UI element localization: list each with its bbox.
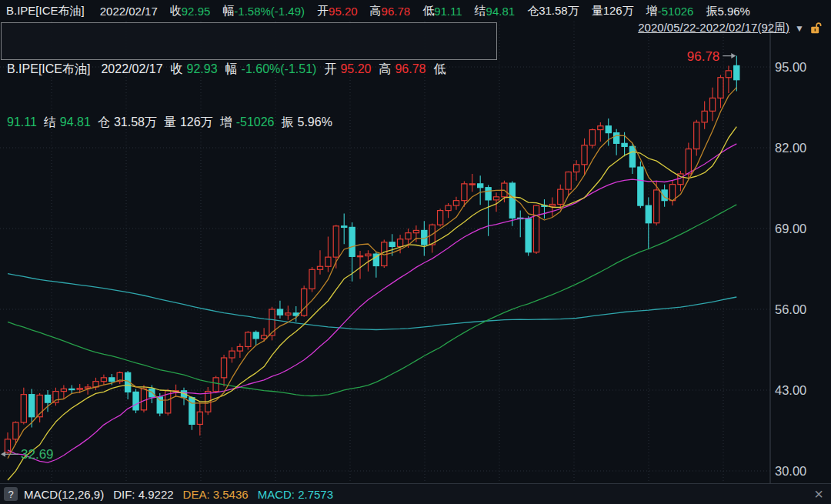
text-segment: MACD: 2.7573 bbox=[258, 488, 333, 501]
text-segment: 量 bbox=[164, 113, 176, 131]
quote-tooltip-line1: B.IPE[ICE布油]2022/02/17收92.93幅-1.60%(-1.5… bbox=[7, 60, 491, 78]
text-segment: 收 bbox=[171, 60, 183, 78]
text-segment: 2022/02/17 bbox=[101, 60, 162, 78]
candle-down bbox=[157, 397, 162, 413]
text-segment: 2022/02/17 bbox=[100, 5, 158, 18]
ma-line-60 bbox=[8, 205, 736, 396]
text-segment: 仓 bbox=[98, 113, 110, 131]
text-segment: 高 bbox=[379, 60, 391, 78]
indicator-values: MACD(12,26,9)DIF: 4.9222DEA: 3.5436MACD:… bbox=[24, 488, 333, 501]
text-segment: 开 bbox=[317, 4, 329, 18]
candle-down bbox=[646, 205, 651, 223]
text-segment: -1.58%(-1.49) bbox=[234, 5, 305, 18]
text-segment: 94.81 bbox=[60, 113, 91, 131]
candle-up bbox=[357, 256, 362, 257]
candle-down bbox=[253, 332, 259, 339]
text-segment: 5.96% bbox=[717, 5, 750, 18]
candle-up bbox=[302, 289, 307, 315]
text-segment: 增 bbox=[220, 113, 232, 131]
candle-up bbox=[686, 149, 691, 174]
text-segment: DIF: 4.9222 bbox=[113, 488, 173, 501]
text-segment: 幅 bbox=[222, 4, 234, 18]
candle-down bbox=[277, 309, 282, 315]
candle-up bbox=[309, 269, 315, 289]
candle-down bbox=[29, 395, 35, 417]
text-segment: -1.60%(-1.51) bbox=[242, 60, 317, 78]
text-segment: -51026 bbox=[236, 113, 275, 131]
candle-down bbox=[486, 188, 491, 200]
text-segment: 126万 bbox=[603, 4, 634, 18]
text-segment: 振 bbox=[706, 4, 717, 18]
candle-up bbox=[221, 358, 226, 378]
candle-up bbox=[582, 145, 587, 165]
text-segment: 仓 bbox=[527, 4, 539, 18]
candle-down bbox=[509, 183, 515, 218]
text-segment: 96.78 bbox=[395, 60, 426, 78]
candle-up bbox=[325, 257, 331, 266]
candle-up bbox=[21, 395, 26, 422]
candle-up bbox=[245, 332, 251, 347]
text-segment: 增 bbox=[646, 4, 658, 18]
candle-up bbox=[77, 389, 82, 390]
candle-up bbox=[566, 172, 571, 190]
y-axis-tick: 82.00 bbox=[775, 141, 806, 155]
ma-line-120 bbox=[8, 274, 736, 330]
unlock-icon[interactable] bbox=[809, 22, 822, 35]
text-segment: 高 bbox=[370, 4, 382, 18]
candle-up bbox=[669, 185, 675, 201]
ma-line-20 bbox=[8, 144, 736, 462]
y-axis-tick: 30.00 bbox=[775, 464, 806, 478]
text-segment: 结 bbox=[475, 4, 486, 18]
y-axis-tick: 95.00 bbox=[775, 60, 806, 74]
candle-down bbox=[109, 378, 115, 382]
candle-up bbox=[101, 378, 106, 382]
text-segment: 95.20 bbox=[329, 5, 358, 18]
text-segment: 95.20 bbox=[340, 60, 371, 78]
candle-down bbox=[526, 219, 531, 252]
indicator-status-bar: ? MACD(12,26,9)DIF: 4.9222DEA: 3.5436MAC… bbox=[0, 483, 831, 504]
text-segment: 31.58万 bbox=[114, 113, 157, 131]
text-segment: 91.11 bbox=[7, 113, 37, 131]
y-axis-tick: 69.00 bbox=[775, 222, 806, 235]
candle-up bbox=[229, 351, 235, 358]
text-segment: 量 bbox=[592, 4, 603, 18]
candle-down bbox=[349, 227, 355, 256]
candle-down bbox=[638, 167, 643, 205]
text-segment: 91.11 bbox=[434, 5, 462, 18]
candle-up bbox=[462, 184, 467, 201]
date-range-link[interactable]: 2020/05/22-2022/02/17(92周) bbox=[638, 21, 789, 35]
text-segment: 5.96% bbox=[297, 113, 332, 131]
candle-up bbox=[333, 226, 339, 257]
candle-up bbox=[438, 211, 443, 225]
text-segment: 126万 bbox=[180, 113, 213, 131]
chevron-down-icon[interactable]: ▼ bbox=[795, 23, 804, 34]
text-segment: 94.81 bbox=[486, 5, 516, 18]
text-segment: 幅 bbox=[225, 60, 238, 78]
y-axis-tick: 43.00 bbox=[775, 383, 806, 397]
candle-up bbox=[702, 111, 707, 122]
candle-down bbox=[629, 146, 635, 167]
candle-down bbox=[69, 389, 75, 389]
text-segment: B.IPE[ICE布油] bbox=[6, 4, 85, 18]
text-segment: B.IPE[ICE布油] bbox=[7, 60, 90, 78]
help-icon[interactable]: ? bbox=[4, 487, 18, 501]
candle-down bbox=[389, 242, 395, 247]
candle-up bbox=[709, 98, 715, 111]
text-segment: -51026 bbox=[658, 5, 694, 18]
close-icon[interactable]: × bbox=[814, 486, 823, 502]
candle-down bbox=[622, 143, 627, 146]
candle-up bbox=[397, 239, 402, 247]
candle-down bbox=[342, 226, 347, 228]
candle-up bbox=[589, 130, 595, 145]
candle-up bbox=[237, 346, 242, 351]
candle-up bbox=[405, 233, 411, 239]
candle-up bbox=[718, 78, 723, 98]
text-segment: 96.78 bbox=[382, 5, 411, 18]
candle-down bbox=[478, 184, 483, 188]
candle-down bbox=[614, 133, 619, 144]
high-price-label: 96.78 bbox=[687, 49, 720, 64]
text-segment: 31.58万 bbox=[539, 4, 579, 18]
text-segment: DEA: 3.5436 bbox=[183, 488, 249, 501]
text-segment: 92.95 bbox=[182, 5, 211, 18]
candle-up bbox=[197, 412, 202, 424]
